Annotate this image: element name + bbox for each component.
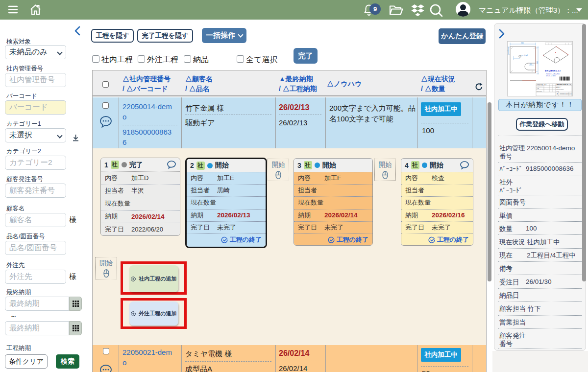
- svg-text:material:S45C: material:S45C: [556, 89, 564, 90]
- svg-text:t=1.5: t=1.5: [556, 91, 559, 92]
- svg-text:40: 40: [508, 49, 508, 51]
- svg-text:4.7-45-12.34灯: 4.7-45-12.34灯: [546, 75, 556, 77]
- svg-text:A: A: [557, 93, 558, 95]
- svg-text:作成者 検図: 作成者 検図: [537, 84, 543, 86]
- svg-text:安易な複写禁止-2-3: 安易な複写禁止-2-3: [545, 70, 561, 72]
- svg-text:尺度: 尺度: [544, 84, 547, 86]
- svg-text:4-φ5: 4-φ5: [524, 54, 528, 56]
- svg-text:third angle: third angle: [537, 91, 542, 92]
- svg-text:100: 100: [536, 61, 538, 64]
- svg-text:2022/05/12: 2022/05/12: [537, 86, 543, 88]
- svg-text:斎藤: 斎藤: [537, 88, 539, 90]
- svg-text:50: 50: [530, 63, 532, 65]
- svg-text:TAKESHITA METAL Co.: TAKESHITA METAL Co.: [556, 84, 571, 86]
- svg-text:駆動ギア: 駆動ギア: [556, 86, 562, 88]
- svg-text:22050014-demo: 22050014-demo: [560, 93, 570, 95]
- svg-text:260: 260: [521, 42, 524, 44]
- svg-text:1/1: 1/1: [570, 93, 572, 95]
